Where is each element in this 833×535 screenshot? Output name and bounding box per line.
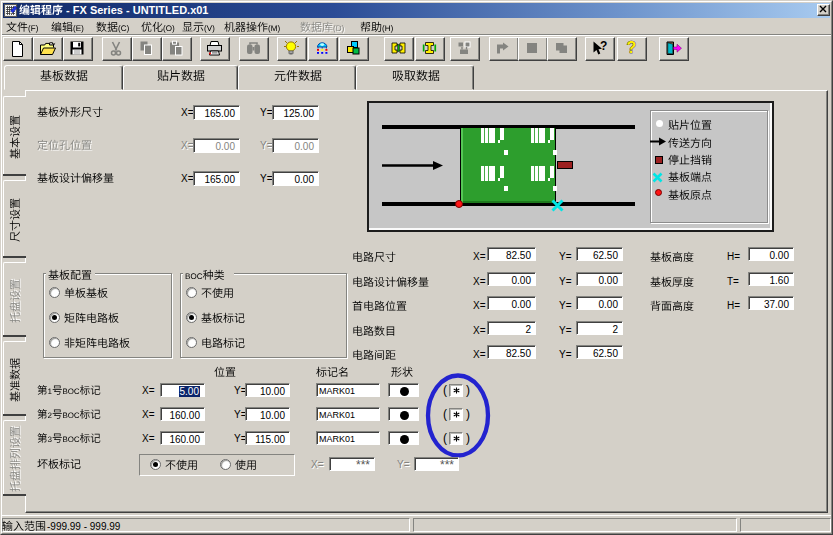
svg-text:?: ?: [627, 39, 637, 56]
svg-text:?: ?: [600, 39, 607, 53]
